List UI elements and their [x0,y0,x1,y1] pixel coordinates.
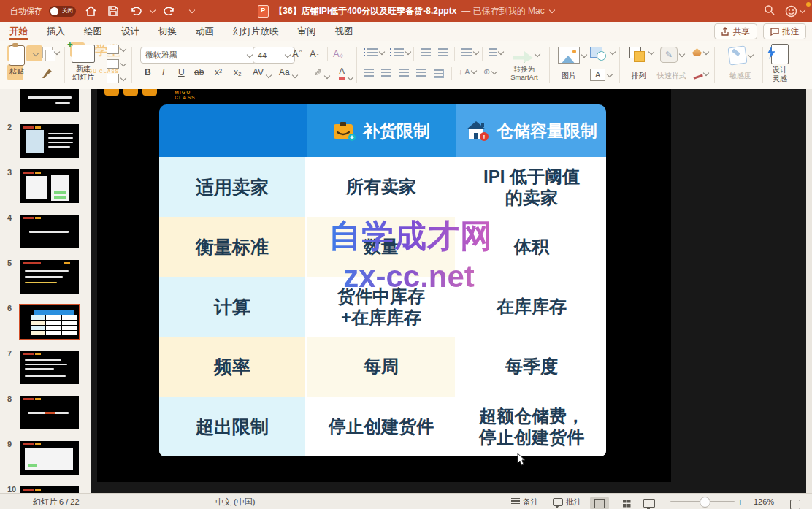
quick-styles-icon: ✎ [660,47,678,63]
slide-sorter-button[interactable] [617,495,636,509]
font-name-value: 微软雅黑 [145,50,177,61]
slideshow-button[interactable] [640,495,659,509]
increase-indent-button[interactable] [438,48,448,56]
document-save-status[interactable]: — 已保存到我的 Mac [461,5,544,18]
zoom-out-button[interactable]: − [659,494,665,509]
new-slide-button[interactable]: 新建 幻灯片 [72,45,95,81]
subscript-button[interactable]: x₂ [234,67,242,77]
paste-button[interactable]: 粘贴 [9,45,25,76]
notes-button[interactable]: 备注 [511,494,539,509]
clear-formatting-button[interactable]: A◊ [333,48,343,59]
bold-button[interactable]: B [145,67,151,77]
line-spacing-button[interactable] [461,48,478,56]
customize-toolbar-chevron-icon[interactable] [189,7,195,13]
shapes-button[interactable] [590,47,615,58]
account-smiley-icon[interactable] [785,5,805,18]
change-case-button[interactable]: Aa [279,67,297,77]
quick-styles-button[interactable]: ✎ [660,47,684,63]
slide-canvas[interactable]: MIGU CLASS 补货限制 [91,89,812,493]
tab-design[interactable]: 设计 [112,22,149,41]
tab-transitions[interactable]: 切换 [149,22,186,41]
bullets-button[interactable] [364,48,384,56]
slide-logo-text: MIGU CLASS [175,90,196,100]
slide-thumbnail-panel[interactable]: 1 2 3 4 5 [0,89,92,493]
vertical-scrollbar[interactable] [806,89,812,493]
text-direction-button[interactable]: ↓A [459,67,476,76]
thumbnail-slide-8[interactable]: 8 [0,386,91,431]
arrange-label: 排列 [628,72,650,80]
font-size-select[interactable]: 44 [253,47,295,64]
columns-button[interactable] [489,48,503,56]
layout-button[interactable] [107,45,126,54]
sensitivity-stamp-icon [727,45,747,65]
grow-font-button[interactable]: A^ [292,48,302,59]
format-painter-button[interactable] [42,69,52,78]
zoom-level[interactable]: 126% [754,494,774,509]
arrange-button[interactable] [629,47,654,58]
thumbnail-slide-7[interactable]: 7 [0,340,91,386]
shrink-font-button[interactable]: Aˇ [310,48,318,59]
tab-view[interactable]: 视图 [326,22,363,41]
thumbnail-slide-9[interactable]: 9 [0,431,91,476]
thumbnail-slide-4[interactable]: 4 [0,204,91,250]
superscript-button[interactable]: x² [215,67,222,77]
strikethrough-button[interactable]: ab [194,67,204,77]
search-icon[interactable] [764,4,775,18]
thumbnail-slide-1[interactable]: 1 [0,89,91,114]
autosave-toggle[interactable]: 关闭 [49,6,76,17]
justify-button[interactable] [416,69,426,77]
tab-animations[interactable]: 动画 [186,22,223,41]
align-center-button[interactable] [381,69,391,77]
zoom-in-button[interactable]: + [738,494,743,509]
section-button[interactable] [107,74,126,83]
design-ideas-icon [771,44,789,64]
thumbnail-slide-10[interactable]: 10 [0,476,91,493]
copy-button[interactable] [42,47,59,58]
undo-chevron-icon[interactable] [150,7,156,13]
textbox-button[interactable]: A [590,69,612,81]
zoom-slider-knob[interactable] [700,497,710,508]
decrease-indent-button[interactable] [421,48,431,56]
home-icon[interactable] [83,4,99,18]
tab-review[interactable]: 审阅 [288,22,326,41]
status-comments-button[interactable]: 批注 [553,494,582,509]
table-row: 适用卖家 所有卖家 IPI 低于阈值 的卖家 [159,157,606,217]
comments-label: 批注 [782,26,799,37]
align-right-button[interactable] [399,69,409,77]
shape-fill-button[interactable] [692,48,708,56]
title-chevron-icon[interactable] [548,7,554,13]
reset-button[interactable] [107,59,126,69]
thumbnail-slide-6-selected[interactable]: 6 [0,295,91,340]
font-color-button[interactable]: A [339,67,353,80]
numbering-button[interactable] [390,48,410,56]
save-icon[interactable] [105,4,121,18]
font-name-select[interactable]: 微软雅黑 [140,47,257,64]
add-remove-columns-button[interactable] [434,69,444,78]
sensitivity-button[interactable] [729,47,753,64]
language-indicator[interactable]: 中文 (中国) [215,494,255,509]
fullscreen-button[interactable] [790,497,800,509]
design-ideas-button[interactable]: 设计 灵感 [771,44,789,83]
text-highlight-button[interactable]: ✎ [314,67,329,78]
thumbnail-slide-5[interactable]: 5 [0,250,91,295]
convert-smartart-button[interactable] [513,47,540,63]
comments-button[interactable]: 批注 [763,23,806,39]
shape-outline-button[interactable] [692,69,708,78]
tab-home[interactable]: 开始 [0,22,37,41]
tab-draw[interactable]: 绘图 [74,22,112,41]
picture-button[interactable] [558,47,586,64]
share-button[interactable]: 共享 [714,23,757,39]
undo-icon[interactable] [128,4,144,18]
tab-slideshow[interactable]: 幻灯片放映 [223,22,288,41]
align-text-button[interactable]: ⊕ [483,67,497,77]
redo-icon[interactable] [161,4,177,18]
normal-view-button[interactable] [590,495,609,509]
align-left-button[interactable] [364,69,374,77]
thumbnail-slide-2[interactable]: 2 [0,114,91,159]
arrange-icon [629,47,641,58]
italic-button[interactable]: I [162,67,164,77]
thumbnail-slide-3[interactable]: 3 [0,159,91,204]
restock-box-icon [333,121,356,141]
character-spacing-button[interactable]: AV [253,67,271,77]
underline-button[interactable]: U [178,67,185,77]
